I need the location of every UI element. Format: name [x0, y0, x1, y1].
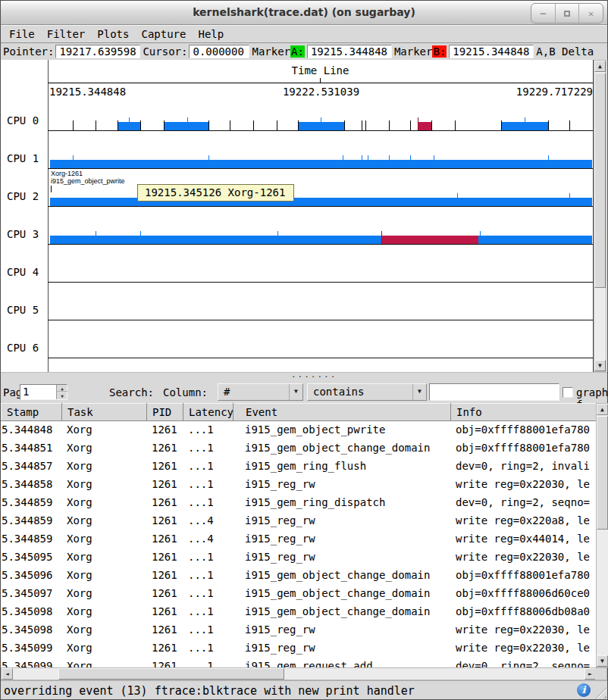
event-tick: [457, 193, 458, 206]
table-row[interactable]: 5.345098Xorg1261...1i915_gem_object_chan…: [1, 602, 596, 620]
table-row[interactable]: 5.345097Xorg1261...1i915_gem_object_chan…: [1, 584, 596, 602]
cpu-row-2[interactable]: CPU 2: [1, 169, 594, 207]
column-header-info[interactable]: Info: [451, 404, 597, 421]
table-row[interactable]: 5.345099Xorg1261...1i915_gem_request_add…: [1, 657, 596, 667]
column-header-pid[interactable]: PID: [147, 404, 183, 421]
task-bar[interactable]: [50, 236, 592, 244]
trace-table-body: 5.344848Xorg1261...1i915_gem_object_pwri…: [1, 420, 596, 667]
table-scroll-thumb[interactable]: [597, 416, 608, 530]
table-cell: i915_gem_ring_flush: [233, 457, 450, 475]
table-cell: 1261: [146, 420, 183, 439]
task-bar[interactable]: [381, 236, 478, 244]
event-tick: [277, 231, 278, 244]
chevron-down-icon: ▼: [289, 384, 302, 400]
task-bar[interactable]: [50, 198, 592, 206]
table-row[interactable]: 5.345098Xorg1261...1i915_reg_rwwrite reg…: [1, 620, 596, 639]
table-cell: i915_reg_rw: [233, 475, 450, 493]
page-spinner[interactable]: 1 ▲ ▼: [20, 384, 67, 400]
menu-plots[interactable]: Plots: [91, 27, 135, 42]
menu-help[interactable]: Help: [192, 27, 230, 42]
resize-grip-icon[interactable]: [595, 687, 606, 698]
h-scroll-thumb[interactable]: [58, 668, 284, 680]
table-scrollbar[interactable]: ▲ ▼: [596, 403, 608, 667]
table-row[interactable]: 5.344859Xorg1261...1i915_gem_ring_dispat…: [1, 493, 596, 511]
marker-b-label: Marker: [392, 45, 433, 58]
table-row[interactable]: 5.345099Xorg1261...1i915_reg_rwwrite reg…: [1, 639, 596, 657]
task-bar[interactable]: [418, 122, 431, 130]
table-row[interactable]: 5.344848Xorg1261...1i915_gem_object_pwri…: [1, 420, 596, 439]
event-tick: [277, 120, 277, 130]
table-scroll-down-icon[interactable]: ▼: [597, 655, 608, 667]
event-tick: [96, 231, 96, 244]
cursor-value: 0.000000: [189, 45, 249, 58]
search-input[interactable]: [429, 383, 559, 401]
table-cell: 5.344851: [1, 439, 61, 457]
timeline-panel[interactable]: Time Line 19215.344848 19222.531039 1922…: [1, 60, 607, 372]
table-cell: Xorg: [61, 439, 146, 457]
table-cell: 1261: [146, 548, 183, 566]
scroll-left-icon[interactable]: ◄: [2, 668, 13, 680]
table-cell: Xorg: [61, 493, 146, 511]
search-label: Search:: [109, 386, 154, 398]
table-row[interactable]: 5.344851Xorg1261...1i915_gem_object_chan…: [1, 439, 596, 457]
marker-a-key: A:: [290, 45, 305, 58]
table-row[interactable]: 5.344859Xorg1261...4i915_reg_rwwrite reg…: [1, 511, 596, 530]
splitter-handle-icon[interactable]: ·······: [291, 373, 324, 380]
column-header-event[interactable]: Event: [233, 404, 451, 421]
table-cell: 1261: [146, 639, 183, 657]
table-row[interactable]: 5.344859Xorg1261...4i915_reg_rwwrite reg…: [1, 530, 596, 548]
task-bar[interactable]: [50, 160, 592, 168]
cpu-row-3[interactable]: CPU 3: [1, 207, 594, 245]
cpu-row-5[interactable]: CPU 5: [1, 283, 594, 320]
event-tick: [362, 120, 362, 130]
column-select-value: #: [224, 386, 230, 398]
graph-scrollbar[interactable]: ▲ ▼: [594, 60, 606, 372]
column-header-stamp[interactable]: Stamp: [2, 404, 62, 421]
cpu-row-1[interactable]: CPU 1: [1, 131, 594, 169]
cpu-row-0[interactable]: CPU 0: [1, 93, 594, 131]
info-icon[interactable]: i: [577, 683, 591, 697]
cpu2-event-label: i915_gem_object_pwrite: [51, 177, 125, 185]
minimize-button[interactable]: –: [531, 4, 555, 23]
table-scroll-up-icon[interactable]: ▲: [597, 404, 608, 415]
table-row[interactable]: 5.345095Xorg1261...1i915_reg_rwwrite reg…: [1, 548, 596, 566]
table-cell: obj=0xffff88001efa780: [450, 439, 596, 457]
table-cell: obj=0xffff88006d60ce0: [450, 584, 596, 602]
graph-scroll-up-icon[interactable]: ▲: [594, 61, 606, 72]
column-header-task[interactable]: Task: [62, 404, 147, 421]
event-tick: [548, 155, 549, 168]
cpu-row-6[interactable]: CPU 6: [1, 320, 594, 358]
menu-file[interactable]: File: [3, 27, 41, 42]
event-tick: [431, 120, 432, 130]
table-h-scrollbar[interactable]: ◄ ►: [1, 667, 607, 680]
event-tick: [569, 193, 570, 206]
spin-down-icon[interactable]: ▼: [57, 392, 67, 399]
graph-scroll-thumb[interactable]: [594, 73, 606, 288]
marker-a-value: 19215.344848: [307, 45, 392, 58]
event-tick: [73, 120, 74, 130]
cpu-row-4[interactable]: CPU 4: [1, 245, 594, 283]
cpu-label-5: CPU 5: [7, 304, 39, 316]
graph-scroll-down-icon[interactable]: ▼: [594, 360, 606, 371]
graph-follows-checkbox[interactable]: [563, 387, 573, 398]
column-select[interactable]: # ▼: [218, 383, 303, 401]
close-button[interactable]: ✕: [578, 4, 603, 23]
timeline-title: Time Line: [48, 64, 593, 77]
event-tick: [140, 231, 141, 244]
spin-up-icon[interactable]: ▲: [57, 385, 67, 392]
menu-capture[interactable]: Capture: [135, 27, 192, 42]
task-bar[interactable]: [164, 122, 208, 130]
table-row[interactable]: 5.344858Xorg1261...1i915_reg_rwwrite reg…: [1, 475, 596, 493]
cpu2-task-label: Xorg-1261: [51, 170, 83, 177]
maximize-button[interactable]: [555, 4, 579, 23]
table-row[interactable]: 5.344857Xorg1261...1i915_gem_ring_flushd…: [1, 457, 596, 475]
match-select[interactable]: contains ▼: [307, 383, 427, 401]
column-header-latency[interactable]: Latency: [183, 404, 233, 421]
menu-filter[interactable]: Filter: [41, 27, 92, 42]
table-row[interactable]: 5.345096Xorg1261...1i915_gem_object_chan…: [1, 566, 596, 584]
cursor-label: Cursor:: [140, 45, 189, 58]
table-cell: 5.345099: [1, 639, 61, 657]
title-bar[interactable]: kernelshark(trace.dat) (on sugarbay) – ✕: [1, 1, 607, 25]
scroll-right-icon[interactable]: ►: [584, 668, 596, 680]
pane-splitter[interactable]: ·······: [1, 372, 607, 382]
